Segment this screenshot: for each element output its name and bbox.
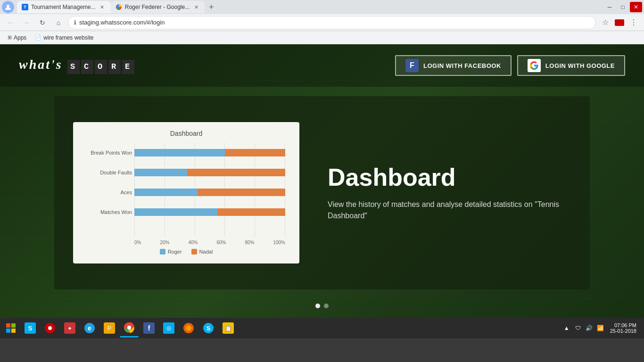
logo-e: E [122,60,134,74]
maximize-button[interactable]: □ [617,2,629,12]
refresh-button[interactable]: ↻ [36,16,49,29]
bar-label-1: Double Faults [80,170,132,175]
back-button[interactable]: ← [4,16,17,29]
bar-label-2: Aces [80,189,132,195]
taskbar-tool3[interactable]: ✦ [60,319,79,337]
bar-blue-fill-2 [134,189,198,196]
forward-button[interactable]: → [20,16,33,29]
slide-title: Dashboard [328,164,571,191]
volume-icon[interactable]: 🔊 [585,323,594,333]
bookmark-wireframes[interactable]: 📄 wire frames website [31,33,97,43]
tab-title-2: Roger Federer - Google... [125,4,190,10]
profile-icon[interactable] [2,1,14,13]
bar-blue-fill-3 [134,208,217,216]
bar-row-2: Aces [134,182,285,202]
taskbar-blue-app[interactable]: f [140,319,158,337]
bar-label-0: Break Points Won [80,150,132,156]
taskbar-ie[interactable]: e [80,319,99,337]
x-label-5: 100% [273,240,285,245]
main-content: what's S C O R E f LOGIN WITH FACEBOOK [0,44,644,318]
site-header: what's S C O R E f LOGIN WITH FACEBOOK [0,44,644,87]
bar-blue-0 [134,149,285,156]
slider-dot-2[interactable] [324,304,329,308]
bookmark-star-button[interactable]: ☆ [599,16,612,29]
flag-icon [615,19,624,26]
legend-nadal: Nadal [191,249,213,255]
bar-blue-3 [134,208,285,216]
chart-area: Break Points Won Double Faults [134,143,285,237]
tab-close-2[interactable]: ✕ [192,3,200,11]
page-icon: 📄 [35,34,41,41]
bar-blue-2 [134,189,285,196]
window-controls: ─ □ ✕ [603,2,642,12]
taskbar-store[interactable]: S [21,319,40,337]
svg-point-16 [127,326,131,329]
bar-blue-fill-0 [134,149,225,156]
bar-row-0: Break Points Won [134,143,285,163]
site-logo: what's S C O R E [19,57,134,74]
bars-group-3 [134,208,285,216]
svg-text:S: S [28,325,33,332]
bar-label-3: Matches Won [80,209,132,215]
antivirus-icon[interactable]: 🛡 [573,323,583,333]
taskbar-media[interactable] [41,319,59,337]
tab-tournament[interactable]: T Tournament Manageme... ✕ [17,1,111,13]
apps-grid-icon: ⊞ [8,34,12,41]
bookmark-apps-label: Apps [14,34,26,41]
svg-text:◎: ◎ [166,325,171,331]
title-bar: T Tournament Manageme... ✕ Roger Federer… [0,0,644,14]
taskbar-notes[interactable]: 📋 [219,319,238,337]
svg-point-22 [186,325,191,331]
google-icon [528,59,541,72]
bar-orange-fill-0 [225,149,285,156]
x-label-1: 20% [160,240,169,245]
description-panel: Dashboard View the history of matches an… [318,164,571,221]
start-button[interactable] [2,319,20,337]
bar-blue-fill-1 [134,169,187,176]
chrome-menu-button[interactable]: ⋮ [627,16,640,29]
legend-roger: Roger [160,249,182,255]
address-bar: ← → ↻ ⌂ ℹ staging.whatsscore.com/#/login… [0,14,644,31]
bookmarks-bar: ⊞ Apps 📄 wire frames website [0,31,644,44]
tab-google[interactable]: Roger Federer - Google... ✕ [111,1,205,13]
taskbar-yellow[interactable]: P [100,319,119,337]
slider-dot-1[interactable] [315,304,320,308]
bookmark-apps[interactable]: ⊞ Apps [4,33,30,43]
taskbar-cyan-app[interactable]: ◎ [159,319,178,337]
lock-icon: ℹ [74,19,76,26]
google-login-label: LOGIN WITH GOOGLE [545,62,615,69]
taskbar-skype[interactable]: S [199,319,218,337]
chart-title: Dashboard [83,130,290,137]
svg-text:f: f [148,324,150,332]
tab-close-1[interactable]: ✕ [99,3,106,11]
minimize-button[interactable]: ─ [603,2,616,12]
browser-frame: T Tournament Manageme... ✕ Roger Federer… [0,0,644,44]
logo-r: R [108,60,121,74]
time: 07:06 PM [610,322,636,328]
url-text: staging.whatsscore.com/#/login [79,19,590,26]
x-axis: 0% 20% 40% 60% 80% 100% [134,240,285,245]
bars-group-1 [134,169,285,176]
legend-dot-nadal [191,249,197,255]
x-label-3: 60% [216,240,226,245]
taskbar-right: ▲ 🛡 🔊 📶 07:06 PM 25-01-2018 [562,321,642,335]
svg-rect-3 [6,329,10,333]
signal-icon[interactable]: 📶 [596,323,605,333]
bar-row-3: Matches Won [134,202,285,222]
legend-label-roger: Roger [168,249,182,255]
new-tab-button[interactable]: + [205,0,218,14]
taskbar-chrome[interactable] [120,319,139,337]
network-icon[interactable]: ▲ [562,323,571,333]
close-button[interactable]: ✕ [630,2,642,12]
taskbar-firefox[interactable] [179,319,198,337]
svg-rect-1 [6,323,10,328]
facebook-login-button[interactable]: f LOGIN WITH FACEBOOK [395,55,512,76]
google-login-button[interactable]: LOGIN WITH GOOGLE [517,55,625,76]
svg-rect-2 [11,323,16,328]
home-button[interactable]: ⌂ [52,16,65,29]
url-bar[interactable]: ℹ staging.whatsscore.com/#/login [68,16,596,29]
chart-legend: Roger Nadal [83,249,290,255]
logo-c: C [81,60,93,74]
time-display[interactable]: 07:06 PM 25-01-2018 [607,321,639,335]
svg-point-8 [48,326,52,330]
